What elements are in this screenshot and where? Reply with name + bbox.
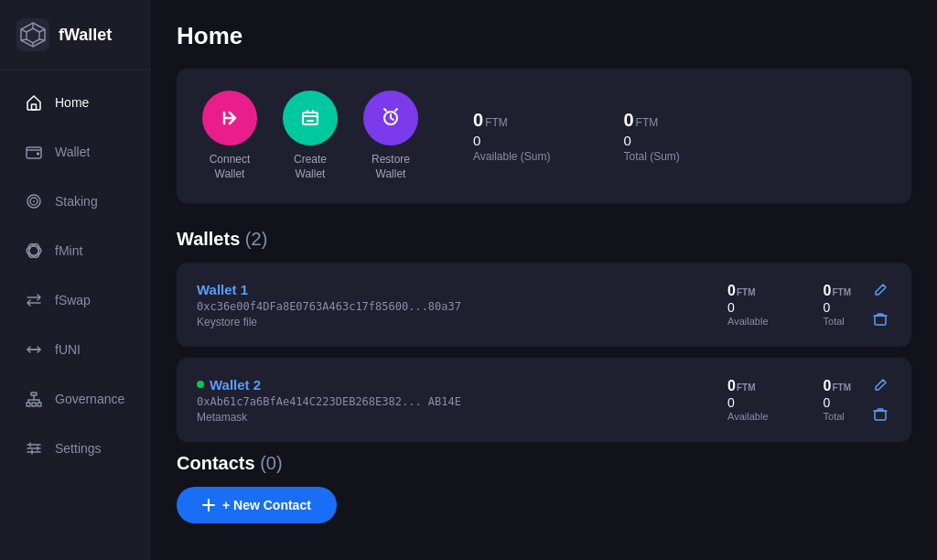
- wallet-1-stats: 0FTM 0 Available 0FTM 0 Total: [727, 283, 851, 327]
- staking-icon: [24, 191, 44, 211]
- app-name: fWallet: [59, 26, 112, 45]
- wallet-1-edit-button[interactable]: [869, 279, 891, 301]
- sidebar-item-settings-label: Settings: [55, 441, 102, 456]
- connect-wallet-label: Connect Wallet: [210, 153, 251, 181]
- sidebar: fWallet Home Wallet: [0, 0, 151, 560]
- action-card: Connect Wallet Create Wallet: [177, 69, 911, 203]
- svg-line-5: [39, 39, 45, 40]
- wallet-2-edit-button[interactable]: [869, 374, 891, 396]
- wallet-1-available-val: 0FTM: [727, 283, 768, 299]
- new-contact-label: + New Contact: [222, 498, 311, 512]
- sidebar-item-fswap-label: fSwap: [55, 293, 91, 307]
- fwallet-logo-icon: [16, 18, 49, 51]
- sidebar-logo: fWallet: [0, 0, 151, 70]
- sidebar-item-funi[interactable]: fUNI: [7, 327, 144, 372]
- svg-rect-25: [303, 113, 318, 124]
- sidebar-item-fswap[interactable]: fSwap: [7, 277, 144, 323]
- create-wallet-label: Create Wallet: [294, 153, 327, 181]
- sidebar-nav: Home Wallet Staking: [0, 70, 151, 560]
- new-contact-button[interactable]: + New Contact: [177, 487, 337, 523]
- sidebar-item-wallet[interactable]: Wallet: [7, 129, 144, 175]
- wallet-1-total: 0FTM 0 Total: [824, 283, 851, 327]
- wallet-1-total-label: Total: [824, 316, 851, 327]
- svg-rect-21: [31, 393, 37, 395]
- restore-wallet-circle: [363, 91, 418, 145]
- restore-icon: [378, 105, 404, 131]
- total-desc: Total (Sum): [623, 150, 679, 163]
- wallets-section-title: Wallets (2): [177, 229, 911, 250]
- sidebar-item-staking[interactable]: Staking: [7, 178, 144, 224]
- create-wallet-circle: [283, 91, 338, 145]
- sidebar-item-wallet-label: Wallet: [55, 145, 90, 159]
- svg-rect-9: [32, 104, 37, 110]
- wallet-2-total: 0FTM 0 Total: [824, 378, 851, 422]
- svg-rect-11: [37, 153, 39, 156]
- funi-icon: [24, 339, 44, 360]
- svg-point-17: [27, 242, 42, 260]
- sidebar-item-home-label: Home: [55, 95, 89, 110]
- wallet-2-total-label: Total: [824, 411, 851, 422]
- contacts-count: (0): [260, 453, 282, 473]
- connect-wallet-circle: [202, 91, 257, 145]
- contacts-section: Contacts (0) + New Contact: [177, 453, 911, 523]
- connect-wallet-button[interactable]: Connect Wallet: [202, 91, 257, 181]
- svg-rect-26: [307, 120, 314, 122]
- wallet-2-available: 0FTM 0 Available: [727, 378, 768, 422]
- wallet-2-name: Wallet 2: [197, 377, 727, 393]
- sidebar-item-fmint[interactable]: fMint: [7, 228, 144, 274]
- wallet-2-address: 0xAb61c7a6BfAe414C223DEB268E382... AB14E: [197, 395, 727, 408]
- available-stat: 0FTM 0 Available (Sum): [473, 110, 550, 163]
- wallet-1-total-num: 0: [824, 300, 851, 315]
- total-sub: 0: [623, 133, 679, 148]
- svg-point-14: [33, 200, 35, 202]
- sidebar-item-settings[interactable]: Settings: [7, 425, 144, 471]
- wallets-count: (2): [245, 229, 267, 249]
- new-contact-icon: [202, 499, 215, 512]
- wallet-2-available-label: Available: [727, 411, 768, 422]
- wallet-1-available-label: Available: [727, 316, 768, 327]
- governance-icon: [24, 389, 44, 409]
- online-indicator: [197, 381, 204, 388]
- sidebar-item-funi-label: fUNI: [55, 342, 81, 357]
- total-value: 0FTM: [623, 110, 679, 131]
- wallet-1-total-val: 0FTM: [824, 283, 851, 299]
- svg-rect-28: [875, 316, 886, 325]
- wallet-2-info: Wallet 2 0xAb61c7a6BfAe414C223DEB268E382…: [197, 377, 727, 424]
- total-stat: 0FTM 0 Total (Sum): [623, 110, 679, 163]
- wallet-icon: [24, 142, 44, 162]
- sidebar-item-home[interactable]: Home: [7, 80, 144, 125]
- restore-wallet-button[interactable]: Restore Wallet: [363, 91, 418, 181]
- connect-icon: [217, 105, 242, 131]
- sidebar-item-governance-label: Governance: [55, 392, 124, 406]
- wallet-2-available-val: 0FTM: [727, 378, 768, 394]
- wallet-1-actions: [869, 279, 891, 330]
- action-buttons-group: Connect Wallet Create Wallet: [202, 91, 418, 181]
- create-icon: [297, 105, 323, 131]
- page-title: Home: [177, 22, 911, 50]
- fswap-icon: [24, 290, 44, 310]
- wallet-card-1: Wallet 1 0xc36e00f4DFa8E0763A463c17f8560…: [177, 263, 911, 347]
- stats-group: 0FTM 0 Available (Sum) 0FTM 0 Total (Sum…: [473, 110, 680, 163]
- svg-line-7: [21, 39, 27, 40]
- wallet-1-delete-button[interactable]: [869, 308, 891, 330]
- sidebar-item-governance[interactable]: Governance: [7, 376, 144, 422]
- wallet-2-total-num: 0: [824, 395, 851, 410]
- wallet-1-available-num: 0: [727, 300, 768, 315]
- wallet-card-2: Wallet 2 0xAb61c7a6BfAe414C223DEB268E382…: [177, 358, 911, 442]
- main-content: Home Connect Wallet: [151, 0, 937, 560]
- create-wallet-button[interactable]: Create Wallet: [283, 91, 338, 181]
- available-value: 0FTM: [473, 110, 550, 131]
- sidebar-item-staking-label: Staking: [55, 194, 98, 209]
- restore-wallet-label: Restore Wallet: [372, 153, 410, 181]
- home-icon: [24, 92, 44, 113]
- wallet-1-name: Wallet 1: [197, 282, 727, 297]
- wallet-2-delete-button[interactable]: [869, 404, 891, 425]
- wallet-2-total-val: 0FTM: [824, 378, 851, 394]
- contacts-section-title: Contacts (0): [177, 453, 911, 474]
- wallet-2-available-num: 0: [727, 395, 768, 410]
- available-sub: 0: [473, 133, 550, 148]
- settings-icon: [24, 438, 44, 458]
- wallet-2-type: Metamask: [197, 411, 727, 424]
- available-desc: Available (Sum): [473, 150, 550, 163]
- wallet-1-address: 0xc36e00f4DFa8E0763A463c17f85600...80a37: [197, 300, 727, 313]
